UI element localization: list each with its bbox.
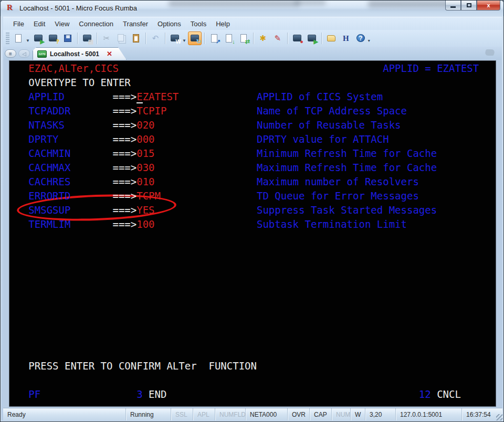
- status-w: W: [351, 408, 365, 420]
- terminal-frame: EZAC,ALTer,CICSAPPLID = EZATESTOVERTYPE …: [3, 60, 502, 408]
- word-export-icon[interactable]: W: [168, 31, 182, 45]
- window-title: Localhost - 5001 - Micro Focus Rumba: [19, 4, 137, 12]
- trace-icon: [327, 34, 336, 43]
- menu-bar: FileEditViewConnectionTransferOptionsToo…: [3, 17, 502, 30]
- maximize-button[interactable]: [461, 1, 477, 10]
- word-export-icon: W: [170, 34, 180, 43]
- menu-file[interactable]: File: [8, 18, 29, 29]
- save-icon[interactable]: [61, 31, 75, 45]
- status-3-20: 3,20: [365, 408, 396, 420]
- menu-edit[interactable]: Edit: [29, 18, 50, 29]
- menu-transfer[interactable]: Transfer: [118, 18, 153, 29]
- terminal-text: YES: [136, 205, 154, 216]
- menu-options[interactable]: Options: [153, 18, 186, 29]
- terminal-text: ===>: [112, 176, 136, 187]
- terminal-text: TD Queue for Error Messages: [257, 191, 419, 202]
- terminal-text: OVERTYPE TO ENTER: [28, 77, 130, 88]
- terminal-text: ===>: [112, 148, 136, 159]
- terminal-text: Subtask Termination Limit: [257, 219, 407, 230]
- print-screen-icon[interactable]: ▤: [80, 31, 94, 45]
- status-ovr: OVR: [288, 408, 310, 420]
- terminal-text: CACHMAX: [28, 162, 70, 173]
- terminal-text: Maximum Refresh Time for Cache: [257, 162, 437, 173]
- help-icon[interactable]: ?: [354, 31, 368, 45]
- send-file-icon[interactable]: ↗: [207, 31, 221, 45]
- tab-bar-corner-icon: [484, 49, 496, 56]
- terminal-text: ===>: [112, 162, 136, 173]
- new-session-icon-dropdown[interactable]: ▼: [26, 38, 30, 43]
- undo-icon[interactable]: ↶: [149, 31, 162, 45]
- terminal-text: Name of TCP Address Space: [257, 106, 407, 117]
- terminal-text: 010: [136, 176, 154, 187]
- terminal-screen[interactable]: EZAC,ALTer,CICSAPPLID = EZATESTOVERTYPE …: [9, 60, 496, 407]
- terminal-text: 000: [136, 134, 154, 145]
- print-screen-icon: ▤: [82, 34, 92, 43]
- toolbar-separator: [97, 33, 97, 44]
- help-icon: ?: [356, 34, 365, 43]
- status-apl: APL: [193, 408, 215, 420]
- terminal-text: ===>: [112, 134, 136, 145]
- terminal-text: APPLID of CICS System: [257, 91, 383, 102]
- terminal-text: Maximum number of Resolvers: [257, 176, 419, 187]
- open-session-icon: ▶: [34, 34, 43, 43]
- paste-icon[interactable]: [129, 31, 143, 45]
- terminal-3270-icon: 3270: [37, 50, 47, 58]
- toolbar-separator: [287, 33, 288, 44]
- receive-file-icon[interactable]: ↓: [222, 31, 236, 45]
- session-wizard-icon[interactable]: ?: [46, 31, 60, 45]
- connect-icon[interactable]: ↻: [188, 31, 202, 45]
- save-icon: [63, 34, 72, 43]
- word-export-icon-dropdown[interactable]: ▼: [182, 38, 186, 43]
- terminal-text: APPLID: [28, 91, 65, 102]
- tab-localhost-5001[interactable]: 3270 Localhost - 5001 ✕: [33, 47, 127, 60]
- macro-pen-icon: ✎: [273, 34, 282, 43]
- tab-close-icon[interactable]: ✕: [107, 50, 112, 57]
- close-icon: x: [487, 2, 490, 8]
- terminal-text: CACHMIN: [28, 148, 70, 159]
- menu-view[interactable]: View: [50, 18, 74, 29]
- connect-icon: ↻: [190, 34, 200, 43]
- terminal-text: Suppress Task Started Messages: [257, 205, 437, 216]
- status-num: NUM: [332, 408, 351, 420]
- record-macro-icon[interactable]: ●: [290, 31, 304, 45]
- play-macro-icon[interactable]: ▶: [305, 31, 319, 45]
- copy-icon[interactable]: [114, 31, 128, 45]
- status-cap: CAP: [310, 408, 332, 420]
- toolbar-separator: [321, 33, 322, 44]
- terminal-text: 100: [136, 219, 154, 230]
- sessions-menu-button[interactable]: ≡: [5, 49, 16, 58]
- toolbar-separator: [253, 33, 254, 44]
- nav-back-button[interactable]: ◁: [18, 49, 30, 58]
- terminal-text: ZATEST: [143, 91, 179, 102]
- hllapi-icon[interactable]: H: [339, 31, 353, 45]
- terminal-text: DPRTY: [28, 134, 58, 145]
- resize-grip[interactable]: [496, 414, 502, 420]
- transfer-file-icon[interactable]: ⇄: [237, 31, 250, 45]
- terminal-text: PRESS ENTER TO CONFIRM ALTer: [28, 361, 196, 372]
- menu-help[interactable]: Help: [211, 18, 235, 29]
- menu-tools[interactable]: Tools: [186, 18, 211, 29]
- terminal-text: ===>: [112, 106, 136, 117]
- status-127-0-0-1-5001: 127.0.0.1:5001: [396, 408, 462, 420]
- close-button[interactable]: x: [477, 1, 500, 10]
- hllapi-icon: H: [341, 34, 351, 43]
- minimize-button[interactable]: [445, 1, 461, 10]
- terminal-text: TCPM: [136, 191, 161, 202]
- paste-icon: [131, 34, 141, 43]
- toolbar-overflow-button[interactable]: ▾: [368, 38, 370, 43]
- settings-icon[interactable]: ✱: [256, 31, 270, 45]
- toolbar-separator: [204, 33, 205, 44]
- toolbar-grip[interactable]: [6, 33, 9, 44]
- terminal-text: 030: [136, 162, 154, 173]
- new-session-icon: [14, 34, 23, 43]
- terminal-text: DPRTY value for ATTACH: [257, 134, 389, 145]
- open-session-icon[interactable]: ▶: [32, 31, 45, 45]
- cut-icon[interactable]: ✂: [100, 31, 113, 45]
- menu-connection[interactable]: Connection: [74, 18, 118, 29]
- new-session-icon[interactable]: [12, 31, 25, 45]
- trace-icon[interactable]: [324, 31, 338, 45]
- terminal-text: ===>: [112, 191, 136, 202]
- title-bar[interactable]: R Localhost - 5001 - Micro Focus Rumba x: [1, 1, 504, 16]
- macro-pen-icon[interactable]: ✎: [271, 31, 285, 45]
- terminal-text: 020: [136, 120, 154, 131]
